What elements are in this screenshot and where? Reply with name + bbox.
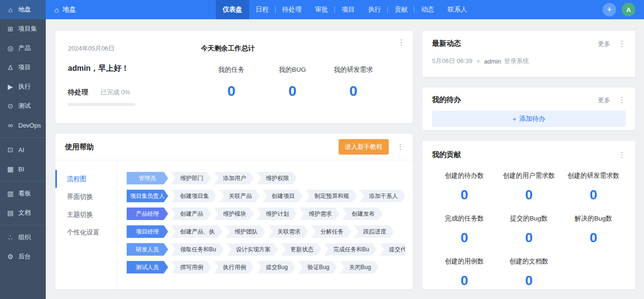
workflow-step[interactable]: 撰写用例 — [171, 261, 211, 273]
stat-value[interactable]: 0 — [497, 230, 561, 246]
sidebar-item[interactable]: ∆ 项目 — [0, 58, 46, 77]
topbar-tab[interactable]: 联系人 — [441, 0, 474, 19]
stat-value[interactable]: 0 — [561, 230, 626, 246]
workflow-step[interactable]: 维护权限 — [257, 172, 297, 184]
sidebar-item[interactable]: ⊙ 测试 — [0, 96, 46, 116]
sidebar-item[interactable]: ▥ 看板 — [0, 184, 46, 203]
workflow-step[interactable]: 维护计划 — [257, 208, 297, 220]
stat-value[interactable]: 0 — [432, 273, 497, 288]
add-todo-button[interactable]: + 添加待办 — [432, 111, 626, 127]
workflow-step[interactable]: 维护模块 — [214, 208, 254, 220]
today-stat: 我的BUG 0 — [262, 65, 323, 99]
workflow-step[interactable]: 维护部门 — [171, 172, 211, 184]
stat-value[interactable]: 0 — [201, 83, 262, 99]
help-tab[interactable]: 界面切换 — [55, 188, 117, 206]
stat-value[interactable]: 0 — [323, 83, 384, 99]
doc-icon: ▤ — [7, 209, 14, 217]
workflow-step[interactable]: 提交代码 — [380, 243, 405, 256]
stat-value[interactable]: 0 — [432, 230, 497, 246]
workflow-step[interactable]: 添加用户 — [214, 172, 254, 184]
stat-value[interactable]: 0 — [561, 187, 626, 203]
workflow-step[interactable]: 添加干系人 — [360, 190, 405, 202]
topbar-tab[interactable]: 日程 — [249, 0, 276, 19]
workflow-step[interactable]: 设计实现方案 — [227, 243, 278, 256]
sidebar-item[interactable]: ∞ DevOps — [0, 116, 46, 135]
main-content: ⋮ 2024年05月06日 admin，早上好！ 待处理 已完成 0% 今天剩余… — [46, 19, 644, 299]
contribution-title: 我的贡献 — [432, 150, 461, 159]
sidebar-item[interactable]: ⊡ AI — [0, 140, 46, 159]
kebab-menu-icon[interactable]: ⋮ — [397, 39, 405, 46]
stat-label: 我的研发需求 — [323, 65, 384, 74]
workflow-step[interactable]: 关联需求 — [268, 225, 308, 238]
avatar[interactable]: A — [622, 3, 635, 16]
workflow-step[interactable]: 执行用例 — [214, 261, 254, 273]
workflow-row: 研发人员 领取任务和Bu设计实现方案更新状态完成任务和Bu提交代码 — [127, 243, 405, 256]
help-tab-label: 流程图 — [67, 175, 87, 183]
dynamics-user[interactable]: admin — [484, 58, 501, 65]
workflow-step[interactable]: 创建产品、执 — [171, 225, 223, 238]
workflow-role-badge: 产品经理 — [127, 208, 168, 220]
topbar-tab[interactable]: 贡献 — [388, 0, 414, 19]
more-link[interactable]: 更多 — [598, 96, 610, 104]
home-icon: ⌂ — [7, 6, 14, 13]
sidebar-item[interactable]: ⊞ 项目集 — [0, 19, 46, 39]
topbar-tab[interactable]: 执行 — [361, 0, 388, 19]
kebab-menu-icon[interactable]: ⋮ — [618, 40, 626, 48]
workflow-step[interactable]: 维护团队 — [225, 225, 265, 238]
sidebar-item[interactable]: ∴ 组织 — [0, 228, 46, 247]
workflow-step[interactable]: 创建项目 — [263, 190, 302, 202]
help-tab[interactable]: 个性化设置 — [55, 223, 117, 241]
workflow-step[interactable]: 制定预算和规 — [305, 190, 357, 202]
workflow-step[interactable]: 维护需求 — [300, 208, 340, 220]
quick-create-button[interactable]: + — [603, 3, 616, 16]
sidebar-item[interactable]: ▤ 文档 — [0, 203, 46, 222]
right-column: 最新动态 更多 ⋮ 5月06日 06:39 admin 登录系统 我的待办 — [422, 31, 635, 289]
workflow-step[interactable]: 验证Bug — [298, 261, 337, 273]
sidebar-item[interactable]: ▶ 执行 — [0, 77, 46, 96]
workflow-step[interactable]: 提交Bug — [257, 261, 295, 273]
sidebar-item[interactable]: ⚙ 后台 — [0, 247, 46, 266]
topbar-tab[interactable]: 待处理 — [276, 0, 309, 19]
help-tab[interactable]: 主题切换 — [55, 206, 117, 223]
topbar-brand[interactable]: ⌂ 地盘 — [46, 5, 85, 14]
sidebar-item[interactable]: ◎ 产品 — [0, 39, 46, 58]
dynamics-action: 登录系统 — [504, 57, 529, 65]
admin-icon: ⚙ — [7, 253, 14, 260]
workflow-step[interactable]: 分解任务 — [311, 225, 351, 238]
workflow-step[interactable]: 创建产品 — [171, 208, 211, 220]
today-stats: 我的任务 0 我的BUG 0 我的研发需求 0 — [201, 65, 384, 99]
kebab-menu-icon[interactable]: ⋮ — [396, 143, 404, 151]
tutorial-button[interactable]: 进入新手教程 — [339, 139, 389, 155]
topbar-tab-label: 审批 — [315, 5, 328, 14]
workflow-step[interactable]: 关闭Bug — [340, 261, 379, 273]
current-date: 2024年05月06日 — [68, 44, 184, 53]
workflow-step[interactable]: 关联产品 — [220, 190, 260, 202]
stat-value[interactable]: 0 — [432, 187, 497, 203]
topbar-tab[interactable]: 审批 — [308, 0, 335, 19]
topbar-tab-label: 动态 — [421, 5, 434, 14]
more-link[interactable]: 更多 — [598, 39, 610, 48]
stat-value[interactable]: 0 — [497, 273, 561, 288]
topbar-tab-label: 执行 — [368, 5, 381, 14]
topbar-tab[interactable]: 动态 — [414, 0, 441, 19]
help-tab-label: 个性化设置 — [67, 228, 100, 237]
help-tab[interactable]: 流程图 — [55, 170, 117, 188]
workflow-step[interactable]: 跟踪进度 — [354, 225, 394, 238]
sidebar-item[interactable]: ▦ BI — [0, 159, 46, 179]
topbar-tab[interactable]: 项目 — [335, 0, 361, 19]
stat-value[interactable]: 0 — [262, 83, 323, 99]
workflow-step[interactable]: 领取任务和Bu — [171, 243, 224, 256]
workflow-steps: 撰写用例执行用例提交Bug验证Bug关闭Bug — [171, 261, 379, 273]
workflow-step[interactable]: 完成任务和Bu — [324, 243, 377, 256]
workflow-step[interactable]: 创建发布 — [342, 208, 382, 220]
stat-value[interactable]: 0 — [497, 187, 561, 203]
help-card-actions: 进入新手教程 ⋮ — [339, 139, 404, 155]
sidebar-item[interactable]: ⌂ 地盘 — [0, 0, 46, 19]
kebab-menu-icon[interactable]: ⋮ — [618, 151, 626, 159]
topbar-tab[interactable]: 仪表盘 — [216, 0, 249, 19]
contribution-stat: 创建的用户需求数 0 — [497, 167, 561, 207]
help-tab-label: 主题切换 — [67, 210, 93, 219]
workflow-step[interactable]: 更新状态 — [281, 243, 321, 256]
kebab-menu-icon[interactable]: ⋮ — [618, 96, 626, 104]
workflow-step[interactable]: 创建项目集 — [171, 190, 217, 202]
